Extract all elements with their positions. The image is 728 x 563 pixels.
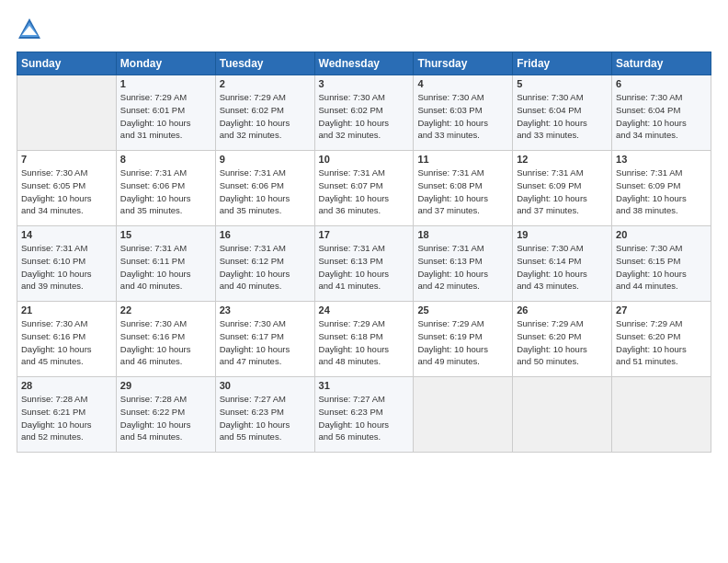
day-info: Sunrise: 7:30 AMSunset: 6:15 PMDaylight:… (616, 242, 707, 293)
day-info: Sunrise: 7:29 AMSunset: 6:20 PMDaylight:… (517, 317, 608, 368)
calendar-cell: 26Sunrise: 7:29 AMSunset: 6:20 PMDayligh… (513, 302, 612, 377)
calendar-cell: 11Sunrise: 7:31 AMSunset: 6:08 PMDayligh… (414, 151, 513, 226)
calendar-week-row: 28Sunrise: 7:28 AMSunset: 6:21 PMDayligh… (17, 377, 711, 453)
calendar-cell: 6Sunrise: 7:30 AMSunset: 6:04 PMDaylight… (612, 75, 711, 151)
day-of-week-header: Thursday (414, 52, 513, 75)
day-info: Sunrise: 7:31 AMSunset: 6:07 PMDaylight:… (319, 167, 410, 217)
calendar-cell: 8Sunrise: 7:31 AMSunset: 6:06 PMDaylight… (116, 151, 215, 226)
calendar-cell: 17Sunrise: 7:31 AMSunset: 6:13 PMDayligh… (314, 226, 414, 302)
calendar-week-row: 14Sunrise: 7:31 AMSunset: 6:10 PMDayligh… (17, 226, 711, 302)
day-number: 14 (21, 229, 112, 240)
day-info: Sunrise: 7:30 AMSunset: 6:02 PMDaylight:… (319, 91, 410, 142)
calendar-cell: 16Sunrise: 7:31 AMSunset: 6:12 PMDayligh… (215, 226, 314, 302)
day-number: 17 (319, 229, 410, 240)
calendar-cell: 31Sunrise: 7:27 AMSunset: 6:23 PMDayligh… (314, 377, 414, 453)
day-number: 7 (21, 154, 112, 165)
day-number: 15 (120, 229, 211, 240)
page-header (17, 17, 711, 42)
day-number: 8 (120, 154, 211, 165)
day-info: Sunrise: 7:30 AMSunset: 6:16 PMDaylight:… (21, 317, 112, 368)
calendar-cell: 10Sunrise: 7:31 AMSunset: 6:07 PMDayligh… (314, 151, 414, 226)
day-number: 3 (319, 78, 410, 89)
day-info: Sunrise: 7:31 AMSunset: 6:12 PMDaylight:… (220, 242, 311, 293)
calendar-cell: 2Sunrise: 7:29 AMSunset: 6:02 PMDaylight… (215, 75, 314, 151)
day-number: 6 (616, 78, 707, 89)
calendar-cell: 30Sunrise: 7:27 AMSunset: 6:23 PMDayligh… (215, 377, 314, 453)
logo-icon (17, 17, 42, 42)
day-info: Sunrise: 7:30 AMSunset: 6:05 PMDaylight:… (21, 167, 112, 217)
calendar-week-row: 1Sunrise: 7:29 AMSunset: 6:01 PMDaylight… (17, 75, 711, 151)
day-info: Sunrise: 7:30 AMSunset: 6:04 PMDaylight:… (616, 91, 707, 142)
calendar-cell: 27Sunrise: 7:29 AMSunset: 6:20 PMDayligh… (612, 302, 711, 377)
day-number: 24 (319, 304, 410, 316)
logo (17, 17, 46, 42)
day-of-week-header: Friday (513, 52, 612, 75)
calendar-cell: 21Sunrise: 7:30 AMSunset: 6:16 PMDayligh… (17, 302, 117, 377)
day-number: 10 (319, 154, 410, 165)
day-number: 20 (616, 229, 707, 240)
calendar-cell (612, 377, 711, 453)
day-number: 11 (417, 154, 508, 165)
day-number: 18 (417, 229, 508, 240)
calendar-cell: 14Sunrise: 7:31 AMSunset: 6:10 PMDayligh… (17, 226, 117, 302)
day-of-week-header: Tuesday (215, 52, 314, 75)
calendar-cell: 4Sunrise: 7:30 AMSunset: 6:03 PMDaylight… (414, 75, 513, 151)
calendar-cell: 22Sunrise: 7:30 AMSunset: 6:16 PMDayligh… (116, 302, 215, 377)
day-number: 16 (220, 229, 311, 240)
day-number: 31 (319, 380, 410, 391)
day-info: Sunrise: 7:31 AMSunset: 6:11 PMDaylight:… (120, 242, 211, 293)
day-number: 19 (517, 229, 608, 240)
day-info: Sunrise: 7:31 AMSunset: 6:13 PMDaylight:… (417, 242, 508, 293)
calendar-cell: 18Sunrise: 7:31 AMSunset: 6:13 PMDayligh… (414, 226, 513, 302)
day-info: Sunrise: 7:29 AMSunset: 6:02 PMDaylight:… (220, 91, 311, 142)
day-info: Sunrise: 7:27 AMSunset: 6:23 PMDaylight:… (319, 393, 410, 443)
day-number: 5 (517, 78, 608, 89)
calendar-week-row: 7Sunrise: 7:30 AMSunset: 6:05 PMDaylight… (17, 151, 711, 226)
calendar-table: SundayMondayTuesdayWednesdayThursdayFrid… (17, 52, 711, 453)
calendar-cell: 12Sunrise: 7:31 AMSunset: 6:09 PMDayligh… (513, 151, 612, 226)
day-of-week-header: Sunday (17, 52, 117, 75)
day-info: Sunrise: 7:31 AMSunset: 6:09 PMDaylight:… (517, 167, 608, 217)
day-number: 27 (616, 304, 707, 316)
calendar-cell: 25Sunrise: 7:29 AMSunset: 6:19 PMDayligh… (414, 302, 513, 377)
calendar-cell: 1Sunrise: 7:29 AMSunset: 6:01 PMDaylight… (116, 75, 215, 151)
day-info: Sunrise: 7:31 AMSunset: 6:06 PMDaylight:… (220, 167, 311, 217)
day-number: 25 (417, 304, 508, 316)
day-info: Sunrise: 7:31 AMSunset: 6:09 PMDaylight:… (616, 167, 707, 217)
calendar-cell: 9Sunrise: 7:31 AMSunset: 6:06 PMDaylight… (215, 151, 314, 226)
calendar-cell: 19Sunrise: 7:30 AMSunset: 6:14 PMDayligh… (513, 226, 612, 302)
calendar-cell (513, 377, 612, 453)
day-info: Sunrise: 7:30 AMSunset: 6:16 PMDaylight:… (120, 317, 211, 368)
day-number: 4 (417, 78, 508, 89)
calendar-cell: 5Sunrise: 7:30 AMSunset: 6:04 PMDaylight… (513, 75, 612, 151)
day-info: Sunrise: 7:31 AMSunset: 6:06 PMDaylight:… (120, 167, 211, 217)
day-info: Sunrise: 7:31 AMSunset: 6:10 PMDaylight:… (21, 242, 112, 293)
day-number: 23 (220, 304, 311, 316)
calendar-cell: 29Sunrise: 7:28 AMSunset: 6:22 PMDayligh… (116, 377, 215, 453)
calendar-cell (17, 75, 117, 151)
calendar-cell: 7Sunrise: 7:30 AMSunset: 6:05 PMDaylight… (17, 151, 117, 226)
calendar-cell: 15Sunrise: 7:31 AMSunset: 6:11 PMDayligh… (116, 226, 215, 302)
calendar-week-row: 21Sunrise: 7:30 AMSunset: 6:16 PMDayligh… (17, 302, 711, 377)
calendar-cell: 23Sunrise: 7:30 AMSunset: 6:17 PMDayligh… (215, 302, 314, 377)
day-number: 12 (517, 154, 608, 165)
day-number: 30 (220, 380, 311, 391)
day-info: Sunrise: 7:30 AMSunset: 6:04 PMDaylight:… (517, 91, 608, 142)
calendar-cell (414, 377, 513, 453)
day-info: Sunrise: 7:31 AMSunset: 6:08 PMDaylight:… (417, 167, 508, 217)
day-info: Sunrise: 7:29 AMSunset: 6:20 PMDaylight:… (616, 317, 707, 368)
day-info: Sunrise: 7:27 AMSunset: 6:23 PMDaylight:… (220, 393, 311, 443)
calendar-header-row: SundayMondayTuesdayWednesdayThursdayFrid… (17, 52, 711, 75)
day-info: Sunrise: 7:29 AMSunset: 6:18 PMDaylight:… (319, 317, 410, 368)
calendar-cell: 3Sunrise: 7:30 AMSunset: 6:02 PMDaylight… (314, 75, 414, 151)
calendar-cell: 13Sunrise: 7:31 AMSunset: 6:09 PMDayligh… (612, 151, 711, 226)
day-info: Sunrise: 7:30 AMSunset: 6:03 PMDaylight:… (417, 91, 508, 142)
day-number: 26 (517, 304, 608, 316)
day-info: Sunrise: 7:29 AMSunset: 6:01 PMDaylight:… (120, 91, 211, 142)
day-of-week-header: Wednesday (314, 52, 414, 75)
day-info: Sunrise: 7:30 AMSunset: 6:14 PMDaylight:… (517, 242, 608, 293)
day-info: Sunrise: 7:28 AMSunset: 6:22 PMDaylight:… (120, 393, 211, 443)
day-number: 1 (120, 78, 211, 89)
day-number: 2 (220, 78, 311, 89)
day-info: Sunrise: 7:30 AMSunset: 6:17 PMDaylight:… (220, 317, 311, 368)
